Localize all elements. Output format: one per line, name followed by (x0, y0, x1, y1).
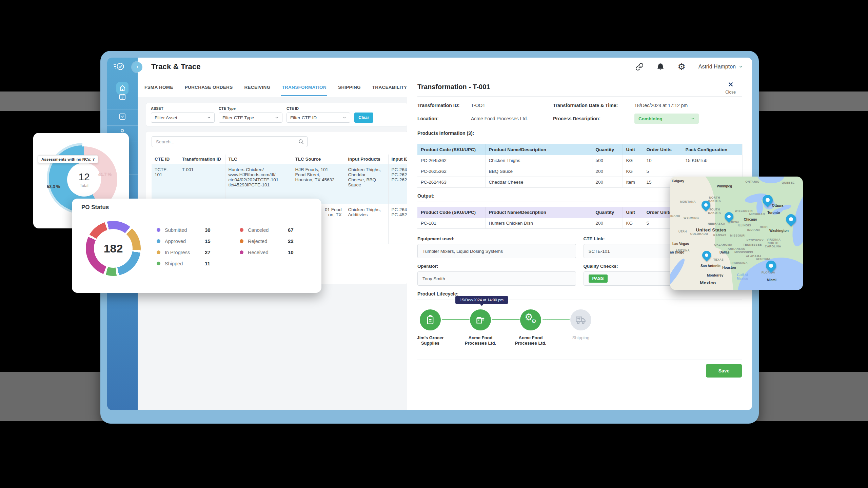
cte-id-filter-select[interactable]: Filter CTE ID (287, 113, 350, 123)
map-label: MISSISSIPPI (734, 250, 753, 254)
map-label: Winnipeg (717, 184, 732, 188)
lifecycle-node-supplier[interactable] (420, 309, 441, 330)
gears-icon: ⚙ ⚙ (524, 313, 537, 327)
sidebar-item-calendar[interactable] (119, 93, 126, 100)
map-lake-michigan (756, 200, 763, 215)
filter-label-cte-type: CTE Type (219, 106, 282, 110)
tab-shipping[interactable]: SHIPPING (337, 78, 361, 96)
search-icon (298, 139, 304, 145)
donut-center-label: Total (80, 183, 88, 188)
sidebar-expand-button[interactable] (132, 62, 142, 72)
legend-dot (240, 250, 243, 254)
chevron-down-icon (342, 116, 347, 120)
cell: PC-2645 PC-2624 PC-2625 (388, 164, 408, 204)
legend-item: Received10 (240, 249, 294, 256)
cte-type-filter-select[interactable]: Filter CTE Type (219, 113, 282, 123)
cell: 200 (592, 166, 623, 177)
cell: PC-101 (417, 218, 485, 229)
legend-dot (157, 239, 160, 243)
link-icon[interactable] (635, 63, 644, 71)
chevron-down-icon (275, 116, 279, 120)
tab-purchase-orders[interactable]: PURCHASE ORDERS (184, 78, 234, 96)
pass-status-badge: PASS (589, 274, 608, 283)
legend-item: Canceled67 (240, 226, 294, 233)
operator-input[interactable]: Tony Smith (417, 271, 576, 286)
tab-fsma-home[interactable]: FSMA HOME (144, 78, 174, 96)
cell: KG (623, 218, 643, 229)
search-input[interactable] (152, 136, 308, 147)
donut-center-value: 12 (78, 171, 90, 183)
user-menu[interactable]: Astrid Hampton (698, 64, 743, 70)
filter-label-cte-id: CTE ID (287, 106, 350, 110)
cell: HJR Foods, 101 Food Street, Houston, TX … (292, 164, 345, 204)
page-title: Track & Trace (151, 62, 201, 71)
sidebar-divider (107, 109, 138, 109)
field-label: Transformation ID: (417, 103, 471, 108)
sidebar-item-tasks[interactable] (118, 113, 126, 121)
cell: Chicken Thighs, Cheddar Cheese, BBQ Sauc… (345, 164, 388, 204)
legend-item: In Progress27 (157, 249, 211, 256)
cte-id-filter-value: Filter CTE ID (290, 115, 317, 120)
cell: BBQ Sauce (485, 166, 592, 177)
chart-tooltip: Assessments with no NCs: 7 (38, 155, 98, 163)
notifications-bell-icon[interactable] (656, 63, 665, 71)
column-header: Product Code (SKU/UPC) (417, 207, 485, 218)
user-name: Astrid Hampton (698, 64, 736, 70)
locations-map[interactable]: Calgary Winnipeg ONTARIO QUEBEC Ottawa T… (670, 177, 803, 290)
map-pin[interactable] (723, 210, 735, 223)
map-label: ILLINOIS (738, 224, 751, 227)
po-status-donut-chart[interactable]: 182 (86, 221, 141, 276)
cte-link-value: SCTE-101 (589, 249, 610, 254)
panel-footer: Save (417, 360, 742, 382)
column-header: Unit (623, 144, 643, 155)
tab-traceability[interactable]: TRACEABILITY (372, 78, 408, 96)
cell: 200 (592, 218, 623, 229)
column-header: Quantity (592, 207, 623, 218)
equipment-input[interactable]: Tumbler Mixers, Liquid Dosing Systems (417, 244, 576, 258)
column-header: Order Units (643, 144, 682, 155)
legend-label: Rejected (248, 239, 288, 244)
legend-label: Shipped (165, 261, 205, 266)
chevron-down-icon (738, 64, 743, 69)
map-label: QUEBEC (782, 181, 795, 184)
close-label: Close (719, 90, 742, 95)
table-row[interactable]: TCTE-101 T-001 Hunters-Chicken/ www.HJRf… (152, 164, 408, 204)
asset-filter-select[interactable]: Filter Asset (151, 113, 215, 123)
map-water-gulf (734, 254, 803, 290)
panel-title: Transformation - T-001 (417, 83, 742, 91)
cell: KG (623, 166, 643, 177)
receive-box-icon (476, 315, 485, 325)
cell: 15 KG/Tub (682, 155, 742, 166)
map-label: KENTUCKY (747, 239, 764, 242)
map-label: OHIO (760, 225, 768, 229)
clipboard-icon (426, 315, 435, 325)
field-label: Transformation Date & Time: (553, 103, 634, 108)
legend-item: Shipped11 (157, 260, 211, 267)
column-header: Product Name/Description (485, 144, 592, 155)
column-header: CTE ID (152, 155, 179, 164)
sidebar-divider (107, 125, 138, 126)
legend-value: 15 (205, 238, 211, 244)
lifecycle-node-shipping[interactable] (570, 309, 591, 330)
top-bar: Track & Trace ⚙ Astrid Hampton (138, 58, 752, 76)
table-header-row: Product Code (SKU/UPC) Product Name/Desc… (417, 144, 742, 155)
table-row: PC-2645362Chicken Thighs500KG1015 KG/Tub (417, 155, 742, 166)
process-description-value: Combining (638, 116, 663, 121)
products-section-label: Products Information (3): (417, 130, 742, 136)
cell: PC-2624463 (417, 177, 485, 188)
sidebar-item-home[interactable] (116, 82, 129, 94)
lifecycle-node-processing[interactable]: ⚙ ⚙ (520, 309, 541, 330)
tab-receiving[interactable]: RECEIVING (243, 78, 271, 96)
map-label: Chicago (744, 217, 757, 221)
process-description-select[interactable]: Combining (634, 114, 699, 124)
legend-label: Submitted (165, 227, 205, 233)
tab-transformation[interactable]: TRANSFORMATION (281, 78, 327, 96)
column-header: Unit (623, 207, 643, 218)
clear-filters-button[interactable]: Clear (354, 113, 373, 123)
legend-label: In Progress (165, 250, 205, 255)
close-button[interactable]: Close (719, 80, 742, 95)
save-button[interactable]: Save (706, 364, 742, 378)
settings-gear-icon[interactable]: ⚙ (677, 62, 685, 71)
donut-total-value: 182 (104, 242, 123, 255)
lifecycle-node-receiving[interactable] (470, 309, 491, 330)
